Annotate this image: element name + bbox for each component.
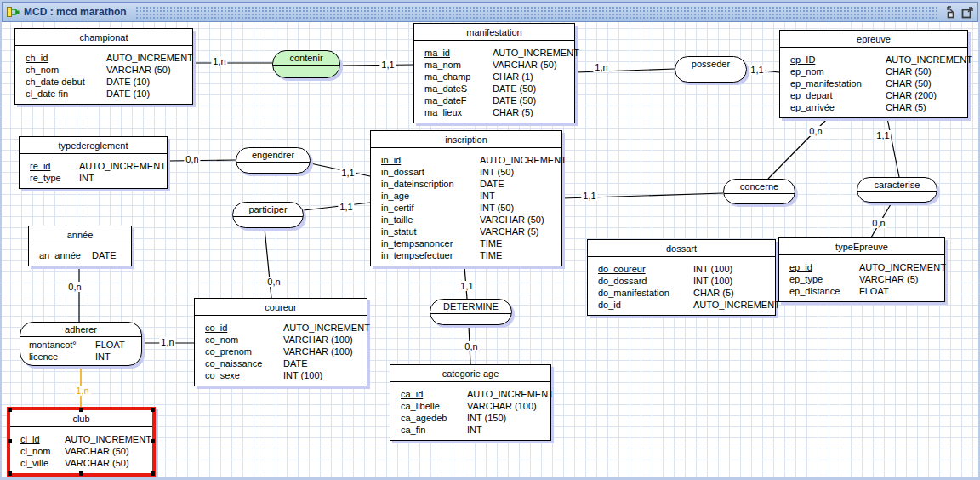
attribute-row: re_idAUTO_INCREMENT <box>30 160 162 172</box>
attribute-row: re_typeINT <box>30 172 162 184</box>
attribute-name: ca_libelle <box>401 400 467 412</box>
attribute-name: licence <box>29 351 95 363</box>
cardinality-label: 1,n <box>74 386 90 396</box>
relation-adherer[interactable]: adherermontancot°FLOATlicenceINT <box>20 322 142 366</box>
attribute-type: DATE <box>92 249 117 261</box>
attribute-name: do_id <box>598 299 693 311</box>
selection-handle-n[interactable] <box>79 408 83 412</box>
selection-handle-s[interactable] <box>79 471 83 476</box>
attribute-type: AUTO_INCREMENT <box>106 52 193 64</box>
entity-categorie-age[interactable]: categorie ageca_idAUTO_INCREMENTca_libel… <box>390 364 551 441</box>
attribute-type: INT (100) <box>693 275 732 287</box>
link-participer-inscription[interactable] <box>304 203 370 210</box>
attribute-name: in_age <box>381 190 480 202</box>
attribute-row: in_tempsanoncerTIME <box>381 237 557 249</box>
attribute-row: co_nomVARCHAR (100) <box>205 334 362 346</box>
selection-handle-sw[interactable] <box>8 471 12 476</box>
entity-typedereglement[interactable]: typedereglementre_idAUTO_INCREMENTre_typ… <box>19 136 168 189</box>
relation-engendrer[interactable]: engendrer <box>236 147 311 174</box>
attribute-type: AUTO_INCREMENT <box>65 433 151 445</box>
relation-concerne[interactable]: concerne <box>723 179 795 204</box>
relation-determine[interactable]: DETERMINE <box>430 299 512 325</box>
attribute-list: ma_idAUTO_INCREMENTma_nomVARCHAR (50)ma_… <box>414 41 574 123</box>
entity-title: année <box>29 226 131 243</box>
entity-title: inscription <box>371 131 561 148</box>
relation-title: adherer <box>20 323 141 336</box>
relation-contenir[interactable]: contenir <box>272 50 340 78</box>
entity-club[interactable]: clubcl_idAUTO_INCREMENTcl_nomVARCHAR (50… <box>7 407 156 477</box>
selection-handle-nw[interactable] <box>8 408 12 412</box>
entity-coureur[interactable]: coureurco_idAUTO_INCREMENTco_nomVARCHAR … <box>194 298 368 386</box>
window-titlebar[interactable]: MCD : mcd marathon <box>2 2 978 22</box>
attribute-row: ep_departCHAR (200) <box>790 89 963 101</box>
entity-epreuve[interactable]: epreuveep_IDAUTO_INCREMENTep_nomCHAR (50… <box>779 30 968 118</box>
attribute-name: ch_nom <box>26 64 106 76</box>
attribute-type: INT (150) <box>467 412 506 424</box>
diagram-canvas[interactable]: championatch_idAUTO_INCREMENTch_nomVARCH… <box>2 22 978 477</box>
relation-posseder[interactable]: posseder <box>675 56 747 83</box>
attribute-name: in_statut <box>381 226 480 237</box>
attribute-row: cl_nomVARCHAR (50) <box>20 445 148 457</box>
attribute-row: do_coureurINT (100) <box>598 263 771 275</box>
link-contenir-manifestation[interactable] <box>340 65 413 66</box>
link-typedereglement-engendrer[interactable] <box>168 160 236 161</box>
attribute-name: ma_lieux <box>424 106 493 118</box>
selection-handle-w[interactable] <box>8 439 12 443</box>
attribute-row: ep_distanceFLOAT <box>789 285 940 297</box>
selection-handle-se[interactable] <box>151 471 155 476</box>
attribute-row: ma_nomVARCHAR (50) <box>424 59 570 71</box>
attribute-name: cl_date fin <box>26 88 106 100</box>
entity-title: typeEpreuve <box>779 238 944 255</box>
attribute-list: an_annéeDATE <box>29 243 131 266</box>
relation-divider <box>675 71 746 82</box>
attribute-type: INT <box>467 424 482 436</box>
relation-divider <box>430 313 511 324</box>
attribute-row: do_manifestationCHAR (5) <box>598 287 771 299</box>
attribute-type: VARCHAR (50) <box>480 214 544 226</box>
restore-icon[interactable] <box>944 6 957 19</box>
relation-participer[interactable]: participer <box>232 202 304 228</box>
attribute-list: ep_IDAUTO_INCREMENTep_nomCHAR (50)ep_man… <box>780 48 967 117</box>
attribute-row: ca_agedebINT (150) <box>401 412 546 424</box>
attribute-row: in_ageINT <box>381 190 557 202</box>
link-manifestation-posseder[interactable] <box>575 69 675 72</box>
entity-annee[interactable]: annéean_annéeDATE <box>28 226 132 266</box>
link-epreuve-caracterise[interactable] <box>887 118 899 177</box>
attribute-name: do_manifestation <box>598 287 693 299</box>
entity-dossart[interactable]: dossartdo_coureurINT (100)do_dossardINT … <box>587 239 776 316</box>
cardinality-label: 0,n <box>66 282 83 292</box>
relation-caracterise[interactable]: caracterise <box>857 177 937 203</box>
entity-typeEpreuve[interactable]: typeEpreuveep_idAUTO_INCREMENTep_typeVAR… <box>778 237 945 302</box>
cardinality-label: 1,1 <box>581 191 597 201</box>
attribute-list: ch_idAUTO_INCREMENTch_nomVARCHAR (50)ch_… <box>15 46 192 104</box>
attribute-row: ca_finINT <box>401 424 546 436</box>
attribute-row: montancot°FLOAT <box>29 339 138 351</box>
relation-title: concerne <box>724 180 795 193</box>
attribute-name: ep_ID <box>790 54 886 66</box>
attribute-row: an_annéeDATE <box>39 249 127 261</box>
attribute-name: do_coureur <box>598 263 693 275</box>
relation-title: engendrer <box>236 148 310 162</box>
entity-manifestation[interactable]: manifestationma_idAUTO_INCREMENTma_nomVA… <box>413 23 575 123</box>
cardinality-label: 1,n <box>211 56 227 66</box>
attribute-type: FLOAT <box>859 285 889 297</box>
entity-championat[interactable]: championatch_idAUTO_INCREMENTch_nomVARCH… <box>14 28 193 105</box>
link-participer-coureur[interactable] <box>265 228 271 298</box>
maximize-icon[interactable] <box>960 6 974 19</box>
attribute-row: in_dossartINT (50) <box>381 166 557 178</box>
entity-title: coureur <box>195 299 367 316</box>
attribute-row: in_certifINT (50) <box>381 202 557 214</box>
attribute-row: ep_idAUTO_INCREMENT <box>789 261 940 273</box>
attribute-type: TIME <box>480 249 502 261</box>
selection-handle-ne[interactable] <box>151 408 155 412</box>
attribute-row: in_tempsefectuerTIME <box>381 249 557 261</box>
entity-title: manifestation <box>414 24 574 41</box>
attribute-row: cl_date finDATE (10) <box>26 88 188 100</box>
attribute-row: in_tailleVARCHAR (50) <box>381 214 557 226</box>
entity-inscription[interactable]: inscriptionin_idAUTO_INCREMENTin_dossart… <box>370 130 562 266</box>
attribute-name: cl_nom <box>20 445 65 457</box>
attribute-type: VARCHAR (5) <box>480 226 538 237</box>
selection-handle-e[interactable] <box>151 439 155 443</box>
attribute-type: DATE <box>283 357 308 369</box>
attribute-type: DATE (50) <box>493 83 536 94</box>
